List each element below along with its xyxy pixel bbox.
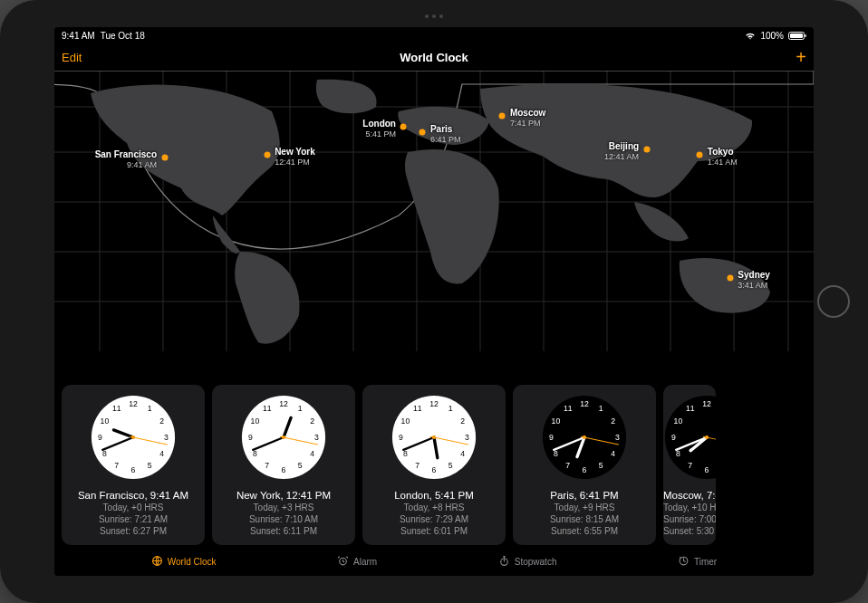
svg-text:9: 9 bbox=[248, 433, 253, 442]
map-pin-moscow[interactable]: Moscow7:41 PM bbox=[499, 112, 506, 119]
clock-card-scroller[interactable]: 123456789101112San Francisco, 9:41 AMTod… bbox=[54, 385, 814, 545]
clock-city-time: New York, 12:41 PM bbox=[236, 490, 331, 501]
svg-text:6: 6 bbox=[705, 465, 709, 474]
map-pin-tokyo[interactable]: Tokyo1:41 AM bbox=[697, 152, 703, 158]
svg-text:4: 4 bbox=[460, 449, 465, 458]
clock-sunset: Sunset: 6:55 PM bbox=[551, 526, 618, 536]
svg-text:2: 2 bbox=[310, 416, 314, 426]
svg-text:1: 1 bbox=[148, 404, 152, 413]
clock-offset: Today, +10 HRS bbox=[663, 502, 716, 512]
svg-rect-2 bbox=[805, 34, 806, 37]
pin-city-label: San Francisco bbox=[95, 149, 157, 159]
tab-timer[interactable]: Timer bbox=[678, 555, 717, 569]
pin-city-label: Beijing bbox=[609, 140, 639, 150]
svg-text:3: 3 bbox=[465, 433, 469, 442]
add-city-button[interactable]: + bbox=[796, 48, 806, 66]
svg-text:5: 5 bbox=[599, 461, 603, 470]
svg-text:6: 6 bbox=[131, 465, 136, 474]
pin-city-label: Tokyo bbox=[708, 147, 734, 157]
clock-offset: Today, +3 HRS bbox=[254, 502, 314, 512]
svg-text:1: 1 bbox=[448, 404, 453, 413]
tab-bar: World ClockAlarmStopwatchTimer bbox=[54, 547, 814, 576]
svg-rect-1 bbox=[790, 34, 803, 38]
tab-world[interactable]: World Clock bbox=[151, 555, 217, 569]
map-pin-london[interactable]: London5:41 PM bbox=[400, 124, 407, 130]
map-pin-sydney[interactable]: Sydney3:41 AM bbox=[727, 275, 733, 282]
svg-text:4: 4 bbox=[159, 449, 164, 458]
clock-city-time: Paris, 6:41 PM bbox=[550, 490, 618, 501]
svg-text:11: 11 bbox=[263, 404, 272, 413]
camera-dots bbox=[425, 14, 443, 18]
clock-card[interactable]: 123456789101112San Francisco, 9:41 AMTod… bbox=[62, 385, 205, 545]
svg-text:6: 6 bbox=[432, 465, 437, 474]
svg-text:10: 10 bbox=[552, 416, 561, 426]
map-pin-paris[interactable]: Paris6:41 PM bbox=[420, 129, 426, 136]
tab-alarm[interactable]: Alarm bbox=[337, 555, 377, 569]
wifi-icon bbox=[745, 32, 756, 40]
clock-offset: Today, +8 HRS bbox=[404, 502, 465, 512]
svg-text:9: 9 bbox=[671, 433, 676, 442]
clock-card[interactable]: 123456789101112Moscow, 7:41 PMToday, +10… bbox=[663, 385, 716, 545]
world-map-svg bbox=[54, 71, 814, 351]
svg-text:5: 5 bbox=[298, 461, 303, 470]
clock-sunrise: Sunrise: 7:00 AM bbox=[663, 514, 716, 524]
pin-dot-icon bbox=[697, 152, 703, 158]
map-pin-ny[interactable]: New York12:41 PM bbox=[264, 152, 270, 158]
svg-text:9: 9 bbox=[98, 433, 102, 442]
pin-time-label: 12:41 AM bbox=[604, 151, 639, 160]
clock-sunset: Sunset: 5:30 PM bbox=[663, 526, 716, 536]
clock-card[interactable]: 123456789101112New York, 12:41 PMToday, … bbox=[212, 385, 355, 545]
clock-sunset: Sunset: 6:01 PM bbox=[400, 526, 468, 536]
pin-time-label: 3:41 AM bbox=[738, 281, 767, 290]
svg-text:1: 1 bbox=[298, 404, 303, 413]
home-button[interactable] bbox=[817, 285, 850, 318]
svg-text:3: 3 bbox=[164, 433, 169, 442]
svg-text:10: 10 bbox=[101, 416, 110, 426]
map-pin-beijing[interactable]: Beijing12:41 AM bbox=[643, 146, 650, 152]
clock-card[interactable]: 123456789101112London, 5:41 PMToday, +8 … bbox=[362, 385, 506, 545]
clock-sunrise: Sunrise: 8:15 AM bbox=[550, 514, 619, 524]
pin-dot-icon bbox=[264, 152, 270, 158]
pin-dot-icon bbox=[727, 275, 733, 282]
pin-time-label: 1:41 AM bbox=[708, 158, 738, 167]
clock-sunrise: Sunrise: 7:29 AM bbox=[400, 514, 468, 524]
battery-percent: 100% bbox=[760, 31, 784, 41]
svg-text:12: 12 bbox=[580, 399, 589, 408]
svg-text:12: 12 bbox=[429, 399, 439, 408]
ipad-device-frame: 9:41 AM Tue Oct 18 100% Edit World Clock… bbox=[0, 0, 868, 603]
analog-clock-face: 123456789101112 bbox=[663, 394, 716, 481]
clock-sunrise: Sunrise: 7:10 AM bbox=[249, 514, 318, 524]
pin-dot-icon bbox=[161, 155, 168, 161]
svg-text:7: 7 bbox=[565, 461, 570, 470]
analog-clock-face: 123456789101112 bbox=[240, 394, 327, 481]
status-bar: 9:41 AM Tue Oct 18 100% bbox=[54, 27, 814, 43]
clock-city-time: Moscow, 7:41 PM bbox=[663, 490, 716, 501]
world-map[interactable]: San Francisco9:41 AMNew York12:41 PMLond… bbox=[54, 71, 814, 351]
svg-text:2: 2 bbox=[460, 416, 465, 426]
svg-text:5: 5 bbox=[448, 461, 453, 470]
pin-dot-icon bbox=[643, 146, 650, 152]
svg-text:7: 7 bbox=[688, 461, 692, 470]
svg-text:3: 3 bbox=[314, 433, 319, 442]
edit-button[interactable]: Edit bbox=[62, 51, 82, 64]
tab-stopwatch[interactable]: Stopwatch bbox=[498, 555, 557, 569]
nav-bar: Edit World Clock + bbox=[54, 43, 814, 71]
clock-sunset: Sunset: 6:27 PM bbox=[100, 526, 167, 536]
clock-city-time: London, 5:41 PM bbox=[394, 490, 474, 501]
pin-city-label: New York bbox=[275, 147, 315, 157]
timer-icon bbox=[678, 555, 690, 569]
tab-label: World Clock bbox=[168, 557, 217, 567]
clock-card[interactable]: 123456789101112Paris, 6:41 PMToday, +9 H… bbox=[513, 385, 656, 545]
pin-time-label: 9:41 AM bbox=[127, 160, 157, 169]
battery-icon bbox=[788, 32, 806, 40]
world-icon bbox=[151, 555, 163, 569]
svg-text:3: 3 bbox=[615, 433, 620, 442]
map-pin-sf[interactable]: San Francisco9:41 AM bbox=[161, 155, 168, 161]
pin-city-label: Sydney bbox=[738, 270, 770, 280]
pin-dot-icon bbox=[420, 129, 426, 136]
svg-text:9: 9 bbox=[549, 433, 554, 442]
pin-dot-icon bbox=[499, 112, 506, 119]
status-date: Tue Oct 18 bbox=[101, 31, 145, 41]
analog-clock-face: 123456789101112 bbox=[541, 394, 628, 481]
stopwatch-icon bbox=[498, 555, 510, 569]
